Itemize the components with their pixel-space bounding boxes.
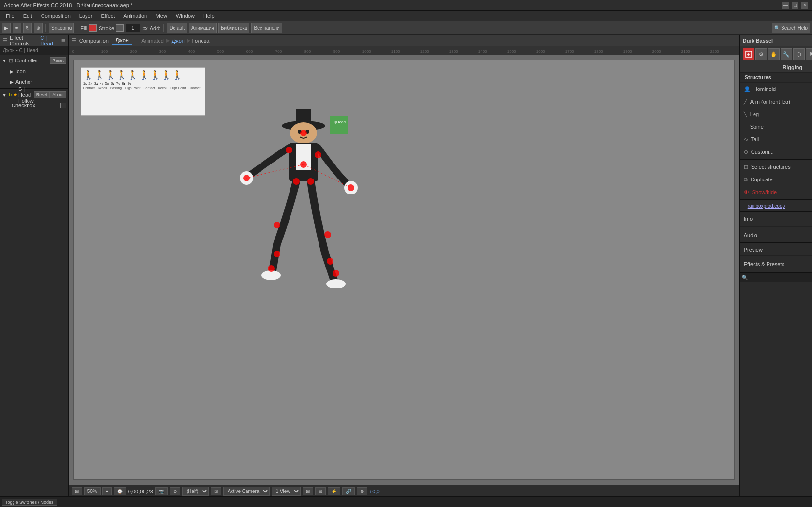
rigging-title: Rigging — [740, 62, 812, 73]
panel-menu-btn[interactable]: ≡ — [61, 37, 65, 44]
svg-point-15 — [315, 151, 321, 158]
structure-hominoid[interactable]: 👤 Hominoid — [740, 83, 812, 95]
comp-tab-john[interactable]: Джон — [112, 36, 132, 45]
divider-link — [740, 211, 812, 212]
quality-dropdown[interactable]: (Half) — [182, 487, 209, 496]
svg-point-23 — [327, 258, 334, 265]
stroke-width-input[interactable] — [126, 24, 140, 32]
comp-panel-icon: ☰ — [72, 37, 76, 44]
rainbox-link[interactable]: rainboxprod.coop — [744, 202, 789, 209]
workspace-all[interactable]: Все панели — [251, 23, 282, 33]
structure-tail[interactable]: ∿ Tail — [740, 133, 812, 146]
showhide-icon: 👁 — [744, 189, 749, 195]
composition-viewport[interactable]: 🚶 🚶 🚶 🚶 🚶 🚶 🚶 🚶 🚶 1₁ 2₆ 3₄ — [69, 55, 740, 485]
structure-leg[interactable]: ╲ Leg — [740, 108, 812, 120]
composition-header: ☰ Composition Джон ≡ Animated ▶ Джон ▶ Г… — [69, 35, 740, 46]
fast-preview[interactable]: ⚡ — [328, 487, 340, 495]
menu-effect[interactable]: Effect — [97, 12, 118, 20]
head-follow-expand-arrow: ▼ — [2, 92, 7, 98]
checkbox-control[interactable] — [60, 103, 66, 108]
stroke-color-box[interactable] — [116, 24, 124, 32]
svg-point-20 — [268, 265, 275, 272]
time-display[interactable]: ⌚ — [114, 487, 126, 495]
camera-btn[interactable]: 📷 — [155, 487, 168, 495]
head-follow-reset-btn[interactable]: Reset — [34, 91, 50, 98]
maximize-button[interactable]: □ — [792, 2, 798, 9]
comp-breadcrumb-john[interactable]: Джон — [172, 38, 185, 44]
region-of-interest[interactable]: ⊡ — [211, 487, 221, 495]
rig-tool-5[interactable]: ⬡ — [793, 48, 805, 60]
menu-animation[interactable]: Animation — [119, 12, 151, 20]
fill-label: Fill — [80, 25, 87, 31]
rig-tool-6[interactable]: ⚑ — [806, 48, 812, 60]
horizontal-ruler: 0 100 200 300 400 500 600 700 800 900 10… — [69, 46, 740, 55]
structure-spine[interactable]: │ Spine — [740, 120, 812, 133]
search-help-btn[interactable]: 🔍 Search Help — [772, 23, 810, 33]
svg-text:C|Head: C|Head — [333, 120, 346, 124]
tool-rotate[interactable]: ↻ — [23, 23, 32, 33]
workspace-default[interactable]: Default — [167, 23, 187, 33]
controller-reset-btn[interactable]: Reset — [50, 57, 66, 64]
menu-file[interactable]: File — [2, 12, 18, 20]
head-follow-header[interactable]: ▼ fx ★ S | Head Follow Reset About — [0, 89, 68, 100]
effects-search-input[interactable] — [740, 273, 812, 282]
snapping-label: Snapping — [51, 25, 72, 30]
workspace-animate[interactable]: Анимация — [189, 23, 217, 33]
timeline-link[interactable]: 🔗 — [342, 487, 355, 495]
tool-anchor[interactable]: ⊕ — [34, 23, 43, 33]
zoom-btn[interactable]: 50% — [84, 487, 101, 495]
fill-color-box[interactable] — [89, 24, 97, 32]
svg-point-18 — [274, 222, 280, 228]
icon-property[interactable]: ▶ Icon — [0, 66, 68, 76]
camera-dropdown[interactable]: Active Camera — [223, 487, 270, 496]
grid-toggle[interactable]: ⊞ — [72, 487, 82, 495]
anchor-property[interactable]: ▶ Anchor — [0, 76, 68, 87]
menu-layer[interactable]: Layer — [75, 12, 97, 20]
grid-options[interactable]: ⊞ — [303, 487, 313, 495]
duplicate-btn[interactable]: ⧉ Duplicate — [740, 173, 812, 186]
checkbox-property[interactable]: Checkbox — [0, 100, 68, 111]
workspace-library[interactable]: Библиотека — [218, 23, 249, 33]
structure-custom[interactable]: ⊕ Custom... — [740, 146, 812, 158]
stroke-label: Stroke — [99, 25, 114, 31]
snapshot-btn[interactable]: ⊙ — [170, 487, 180, 495]
show-hide-btn[interactable]: 👁 Show/hide — [740, 186, 812, 198]
menu-help[interactable]: Help — [200, 12, 218, 20]
snapping-toggle[interactable]: Snapping — [49, 23, 74, 33]
menu-edit[interactable]: Edit — [19, 12, 36, 20]
tool-select[interactable]: ▶ — [2, 23, 11, 33]
comp-flowchart[interactable]: ⊕ — [357, 487, 367, 495]
rig-tool-2[interactable]: ⚙ — [755, 48, 767, 60]
toolbar-separator-1 — [45, 24, 46, 32]
tool-pen[interactable]: ✒ — [13, 23, 21, 33]
select-structures-btn[interactable]: ⊞ Select structures — [740, 161, 812, 173]
comp-breadcrumb-head[interactable]: Голова — [192, 38, 210, 44]
close-button[interactable]: × — [801, 2, 808, 9]
right-panel: Duik Bassel ≡ ⚙ ✋ 🔧 ⬡ ⚑ ↗ ⊕ Rigging St — [740, 35, 812, 497]
duik-panel-header: Duik Bassel ≡ — [740, 35, 812, 46]
zoom-dropdown[interactable]: ▾ — [102, 487, 112, 495]
leg-icon: ╲ — [744, 111, 747, 118]
add-label: Add: — [150, 25, 161, 31]
hominoid-icon: 👤 — [744, 86, 751, 92]
menu-window[interactable]: Window — [172, 12, 199, 20]
views-dropdown[interactable]: 1 View — [272, 487, 301, 496]
rainbox-link-container: rainboxprod.coop — [740, 201, 812, 210]
comp-breadcrumb-animated[interactable]: Animated — [141, 38, 163, 44]
duik-title: Duik Bassel — [743, 38, 812, 44]
structure-arm[interactable]: ╱ Arm (or front leg) — [740, 95, 812, 108]
minimize-button[interactable]: — — [782, 2, 789, 9]
menu-composition[interactable]: Composition — [37, 12, 74, 20]
center-area: ☰ Composition Джон ≡ Animated ▶ Джон ▶ Г… — [69, 35, 740, 497]
menubar: File Edit Composition Layer Effect Anima… — [0, 11, 812, 21]
rig-tool-4[interactable]: 🔧 — [781, 48, 792, 60]
controller-header[interactable]: ▼ ⊡ Controller Reset — [0, 55, 68, 66]
menu-view[interactable]: View — [152, 12, 171, 20]
window-controls[interactable]: — □ × — [782, 2, 808, 9]
breadcrumb: Джон • C | Head — [0, 46, 68, 55]
rig-tool-3[interactable]: ✋ — [768, 48, 780, 60]
head-follow-about-btn[interactable]: About — [50, 91, 66, 98]
controller-label: Controller — [15, 58, 50, 63]
transparency[interactable]: ⊟ — [315, 487, 326, 495]
rig-tool-1[interactable] — [743, 48, 754, 60]
